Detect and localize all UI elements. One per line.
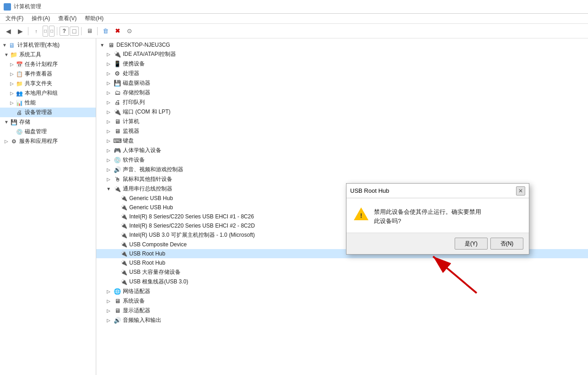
dialog-title: USB Root Hub: [350, 187, 389, 194]
dialog-body: ! 禁用此设备会使其停止运行。确实要禁用此设备吗?: [346, 198, 529, 233]
dialog-titlebar: USB Root Hub ✕: [346, 184, 529, 198]
warning-exclaim-mark: !: [360, 212, 363, 219]
dialog-no-button[interactable]: 否(N): [490, 238, 523, 250]
dialog-yes-button[interactable]: 是(Y): [455, 238, 488, 250]
dialog-message: 禁用此设备会使其停止运行。确实要禁用此设备吗?: [374, 207, 481, 225]
dialog-close-button[interactable]: ✕: [516, 186, 525, 196]
dialog-overlay: USB Root Hub ✕ ! 禁用此设备会使其停止运行。确实要禁用此设备吗?…: [0, 0, 588, 375]
disable-device-dialog: USB Root Hub ✕ ! 禁用此设备会使其停止运行。确实要禁用此设备吗?…: [346, 183, 529, 255]
warning-icon: !: [354, 207, 368, 222]
dialog-footer: 是(Y) 否(N): [346, 233, 529, 254]
